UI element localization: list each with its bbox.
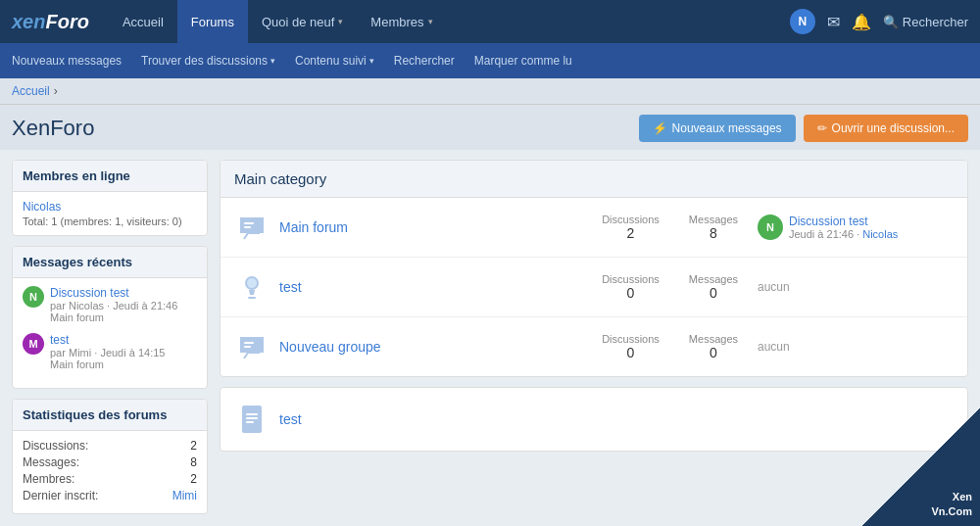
- svg-rect-7: [244, 342, 254, 344]
- svg-rect-0: [240, 217, 264, 233]
- online-members-box: Membres en ligne Nicolas Total: 1 (membr…: [12, 160, 208, 236]
- header-buttons: ⚡ Nouveaux messages ✏ Ouvrir une discuss…: [639, 115, 968, 142]
- stats-discussions: Discussions: 2: [23, 439, 197, 453]
- search-icon: 🔍: [883, 15, 899, 29]
- forum-name-mainforum[interactable]: Main forum: [279, 219, 592, 235]
- breadcrumb-separator: ›: [54, 84, 58, 98]
- forum-row-mainforum: Main forum Discussions 2 Messages 8 N Di…: [220, 198, 967, 258]
- plain-category-box: test: [220, 387, 968, 452]
- recent-forum-0: Main forum: [50, 311, 177, 323]
- sidebar: Membres en ligne Nicolas Total: 1 (membr…: [12, 160, 208, 514]
- online-members-content: Nicolas Total: 1 (membres: 1, visiteurs:…: [13, 192, 207, 235]
- recent-meta-0: par Nicolas · Jeudi à 21:46: [50, 300, 177, 311]
- svg-rect-10: [246, 413, 258, 415]
- forum-name-nouveaugroupe[interactable]: Nouveau groupe: [279, 339, 592, 355]
- recent-item-1: M test par Mimi · Jeudi à 14:15 Main for…: [23, 333, 197, 370]
- svg-rect-12: [246, 421, 254, 423]
- open-discussion-button[interactable]: ✏ Ouvrir une discussion...: [804, 115, 968, 142]
- recent-messages-content: N Discussion test par Nicolas · Jeudi à …: [13, 278, 207, 388]
- svg-rect-4: [248, 297, 256, 299]
- svg-rect-2: [244, 226, 251, 228]
- nav-tab-accueil[interactable]: Accueil: [109, 0, 177, 43]
- forum-name-test[interactable]: test: [279, 279, 592, 295]
- recent-avatar-mimi: M: [23, 333, 44, 355]
- stats-dernier: Dernier inscrit: Mimi: [23, 489, 197, 502]
- doc-icon: [234, 402, 270, 437]
- svg-rect-1: [244, 222, 254, 224]
- subnav-trouverdiscussions[interactable]: Trouver des discussions ▾: [141, 54, 275, 68]
- membres-arrow-icon: ▾: [428, 17, 433, 26]
- forum-last-nouveaugroupe: aucun: [758, 340, 954, 354]
- online-members-title: Membres en ligne: [13, 161, 207, 192]
- stats-messages: Messages: 8: [23, 455, 197, 469]
- forum-stats-mainforum: Discussions 2 Messages 8: [602, 214, 738, 241]
- subnav-nouveauxmessages[interactable]: Nouveaux messages: [12, 54, 122, 68]
- contenu-arrow-icon: ▾: [369, 56, 374, 66]
- messages-icon[interactable]: ✉: [827, 13, 840, 31]
- breadcrumb: Accueil ›: [0, 78, 980, 105]
- plain-forum-row: test: [220, 388, 967, 451]
- breadcrumb-accueil[interactable]: Accueil: [12, 84, 50, 98]
- forum-last-mainforum: N Discussion test Jeudi à 21:46 · Nicola…: [758, 215, 954, 240]
- main-category-title: Main category: [220, 161, 967, 198]
- logo[interactable]: xenForo: [12, 11, 89, 33]
- edit-icon: ✏: [817, 121, 827, 135]
- svg-rect-6: [240, 337, 264, 353]
- last-meta-mainforum: Jeudi à 21:46 · Nicolas: [789, 228, 898, 240]
- recent-messages-title: Messages récents: [13, 247, 207, 278]
- nav-tabs: Accueil Forums Quoi de neuf ▾ Membres ▾: [109, 0, 790, 43]
- subnav-rechercher[interactable]: Rechercher: [394, 54, 455, 68]
- recent-avatar-nicolas: N: [23, 286, 44, 308]
- main-category-box: Main category Main forum Discussions: [220, 160, 968, 377]
- page-title: XenForo: [12, 116, 94, 141]
- forum-stats-nouveaugroupe: Discussions 0 Messages 0: [602, 333, 738, 360]
- plain-forum-name[interactable]: test: [279, 411, 302, 427]
- forum-last-test: aucun: [758, 280, 954, 294]
- forum-icon-light: [234, 269, 270, 305]
- quoideneuf-arrow-icon: ▾: [338, 17, 343, 26]
- stats-membres: Membres: 2: [23, 472, 197, 486]
- recent-item-0: N Discussion test par Nicolas · Jeudi à …: [23, 286, 197, 323]
- nav-right: N ✉ 🔔 🔍 Rechercher: [790, 9, 968, 34]
- recent-title-1[interactable]: test: [50, 333, 165, 347]
- stats-box: Statistiques des forums Discussions: 2 M…: [12, 399, 208, 514]
- notifications-icon[interactable]: 🔔: [852, 13, 871, 31]
- last-avatar-nicolas: N: [758, 215, 783, 240]
- lightning-icon: ⚡: [653, 121, 667, 135]
- online-total: Total: 1 (membres: 1, visiteurs: 0): [23, 215, 197, 227]
- nav-tab-quoideneuf[interactable]: Quoi de neuf ▾: [248, 0, 357, 43]
- forum-row-test: test Discussions 0 Messages 0 aucun: [220, 258, 967, 317]
- subnav-marquercomme[interactable]: Marquer comme lu: [474, 54, 572, 68]
- svg-rect-11: [246, 417, 258, 419]
- trouver-arrow-icon: ▾: [270, 56, 275, 66]
- stat-messages-mainforum: Messages 8: [689, 214, 738, 241]
- main-layout: Membres en ligne Nicolas Total: 1 (membr…: [0, 150, 980, 524]
- stat-discussions-mainforum: Discussions 2: [602, 214, 660, 241]
- recent-forum-1: Main forum: [50, 359, 165, 370]
- last-title-mainforum[interactable]: Discussion test: [789, 215, 898, 228]
- forum-content: Main category Main forum Discussions: [220, 160, 968, 514]
- page-header: XenForo ⚡ Nouveaux messages ✏ Ouvrir une…: [0, 105, 980, 150]
- top-navigation: xenForo Accueil Forums Quoi de neuf ▾ Me…: [0, 0, 980, 43]
- forum-stats-test: Discussions 0 Messages 0: [602, 273, 738, 301]
- nav-tab-forums[interactable]: Forums: [177, 0, 248, 43]
- nav-tab-membres[interactable]: Membres ▾: [357, 0, 446, 43]
- forum-icon-nouveaugroupe: [234, 329, 270, 364]
- subnav-contenusuivi[interactable]: Contenu suivi ▾: [295, 54, 374, 68]
- forum-icon-chat: [234, 210, 270, 245]
- search-button[interactable]: 🔍 Rechercher: [883, 15, 968, 29]
- recent-title-0[interactable]: Discussion test: [50, 286, 177, 300]
- recent-messages-box: Messages récents N Discussion test par N…: [12, 246, 208, 389]
- forum-row-nouveaugroupe: Nouveau groupe Discussions 0 Messages 0 …: [220, 317, 967, 376]
- stats-title: Statistiques des forums: [13, 400, 207, 431]
- recent-meta-1: par Mimi · Jeudi à 14:15: [50, 347, 165, 359]
- svg-rect-8: [244, 346, 251, 348]
- svg-point-5: [247, 278, 257, 288]
- user-avatar[interactable]: N: [790, 9, 815, 34]
- online-user-nicolas[interactable]: Nicolas: [23, 200, 197, 214]
- new-messages-button[interactable]: ⚡ Nouveaux messages: [639, 115, 796, 142]
- sub-navigation: Nouveaux messages Trouver des discussion…: [0, 43, 980, 78]
- stats-content: Discussions: 2 Messages: 8 Membres: 2 De…: [13, 431, 207, 513]
